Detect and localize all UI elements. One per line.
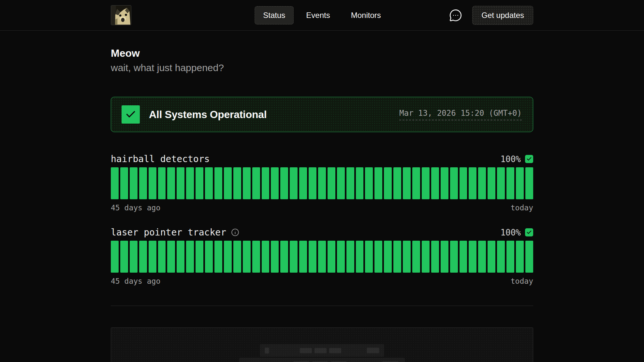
uptime-bar[interactable] (186, 241, 194, 273)
uptime-bar[interactable] (299, 167, 307, 199)
uptime-bar[interactable] (318, 241, 326, 273)
uptime-bar[interactable] (525, 167, 533, 199)
uptime-bar[interactable] (158, 167, 166, 199)
uptime-bar[interactable] (186, 167, 194, 199)
uptime-bar[interactable] (384, 167, 392, 199)
uptime-bar[interactable] (139, 167, 147, 199)
uptime-bar[interactable] (233, 167, 241, 199)
uptime-bar[interactable] (299, 241, 307, 273)
uptime-bar[interactable] (177, 167, 184, 199)
uptime-bar[interactable] (365, 241, 373, 273)
uptime-bar[interactable] (460, 241, 467, 273)
uptime-bar[interactable] (516, 167, 524, 199)
uptime-bar[interactable] (111, 167, 119, 199)
uptime-bar[interactable] (120, 241, 128, 273)
status-timestamp[interactable]: Mar 13, 2026 15:20 (GMT+0) (399, 109, 522, 120)
uptime-bar[interactable] (271, 241, 279, 273)
uptime-bar[interactable] (205, 241, 213, 273)
brand-logo[interactable] (111, 5, 131, 25)
uptime-bar[interactable] (158, 241, 166, 273)
uptime-bar[interactable] (328, 241, 335, 273)
uptime-bar[interactable] (196, 167, 203, 199)
uptime-bar[interactable] (431, 167, 439, 199)
get-updates-button[interactable]: Get updates (472, 6, 533, 25)
uptime-bar[interactable] (346, 241, 354, 273)
uptime-bar[interactable] (506, 167, 514, 199)
uptime-bar[interactable] (252, 241, 260, 273)
uptime-bar[interactable] (167, 167, 175, 199)
uptime-bar[interactable] (139, 241, 147, 273)
uptime-bar[interactable] (478, 167, 486, 199)
uptime-bar[interactable] (337, 241, 345, 273)
uptime-bar[interactable] (412, 241, 420, 273)
uptime-bar[interactable] (497, 167, 505, 199)
uptime-bar[interactable] (290, 241, 298, 273)
feedback-button[interactable] (448, 8, 463, 23)
uptime-bar[interactable] (478, 241, 486, 273)
uptime-bar[interactable] (469, 241, 476, 273)
uptime-percentage: 100% (500, 228, 521, 237)
uptime-bar[interactable] (243, 241, 251, 273)
uptime-bar[interactable] (374, 167, 382, 199)
uptime-bar[interactable] (488, 167, 495, 199)
uptime-bar[interactable] (120, 167, 128, 199)
uptime-bar[interactable] (422, 241, 430, 273)
nav-tab-status[interactable]: Status (255, 6, 294, 24)
uptime-bar[interactable] (450, 241, 458, 273)
nav-tab-events[interactable]: Events (298, 6, 338, 24)
uptime-bar[interactable] (441, 167, 448, 199)
uptime-bar[interactable] (280, 241, 288, 273)
uptime-bar[interactable] (441, 241, 448, 273)
uptime-bar[interactable] (252, 167, 260, 199)
uptime-bar[interactable] (488, 241, 495, 273)
uptime-bar[interactable] (374, 241, 382, 273)
uptime-bar[interactable] (328, 167, 335, 199)
uptime-bar[interactable] (205, 167, 213, 199)
uptime-bar[interactable] (309, 167, 316, 199)
uptime-bar[interactable] (450, 167, 458, 199)
uptime-bar[interactable] (149, 167, 156, 199)
uptime-bar[interactable] (506, 241, 514, 273)
uptime-bar[interactable] (356, 241, 364, 273)
uptime-bar[interactable] (167, 241, 175, 273)
uptime-bar[interactable] (356, 167, 364, 199)
uptime-bar[interactable] (393, 167, 401, 199)
uptime-bar[interactable] (233, 241, 241, 273)
nav-tab-monitors[interactable]: Monitors (343, 6, 389, 24)
uptime-bar[interactable] (403, 167, 411, 199)
uptime-bar[interactable] (384, 241, 392, 273)
uptime-bar[interactable] (516, 241, 524, 273)
uptime-bar[interactable] (177, 241, 184, 273)
uptime-bar[interactable] (130, 167, 138, 199)
uptime-bar[interactable] (280, 167, 288, 199)
uptime-bar[interactable] (497, 241, 505, 273)
uptime-bar[interactable] (346, 167, 354, 199)
uptime-bar[interactable] (149, 241, 156, 273)
uptime-bar[interactable] (262, 167, 270, 199)
uptime-bar[interactable] (403, 241, 411, 273)
uptime-bar[interactable] (525, 241, 533, 273)
uptime-bar[interactable] (290, 167, 298, 199)
uptime-bar[interactable] (243, 167, 251, 199)
uptime-bar[interactable] (214, 241, 222, 273)
info-icon[interactable] (231, 228, 240, 237)
uptime-bar[interactable] (130, 241, 138, 273)
uptime-bar[interactable] (412, 167, 420, 199)
uptime-bar[interactable] (337, 167, 345, 199)
uptime-bar[interactable] (309, 241, 316, 273)
uptime-bar[interactable] (271, 167, 279, 199)
uptime-bar[interactable] (431, 241, 439, 273)
uptime-bar[interactable] (224, 241, 232, 273)
uptime-bar[interactable] (393, 241, 401, 273)
uptime-bar[interactable] (422, 167, 430, 199)
uptime-bar[interactable] (318, 167, 326, 199)
uptime-bar[interactable] (365, 167, 373, 199)
uptime-bar[interactable] (214, 167, 222, 199)
main-content: Meow wait, what just happened? All Syste… (111, 47, 533, 362)
uptime-bar[interactable] (469, 167, 476, 199)
uptime-bar[interactable] (224, 167, 232, 199)
uptime-bar[interactable] (196, 241, 203, 273)
uptime-bar[interactable] (262, 241, 270, 273)
uptime-bar[interactable] (460, 167, 467, 199)
uptime-bar[interactable] (111, 241, 119, 273)
